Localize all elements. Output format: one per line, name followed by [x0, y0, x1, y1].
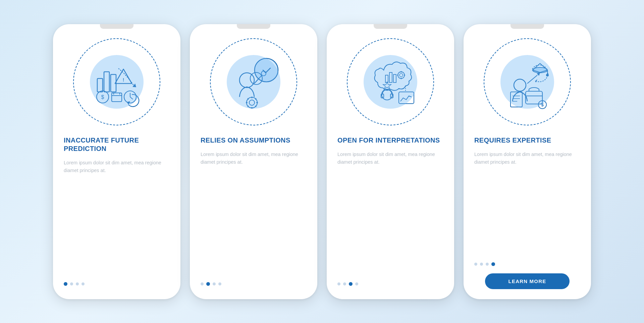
dot-1-3 [76, 282, 79, 285]
dot-3-1 [337, 282, 340, 285]
phone-notch-1 [100, 24, 133, 29]
inner-blob-1 [90, 55, 144, 109]
dot-1-2 [70, 282, 73, 285]
phone-content-4: REQUIRES EXPERTISE Lorem ipsum dolor sit… [464, 129, 591, 289]
phone-notch-4 [511, 24, 544, 29]
inner-blob-2 [227, 55, 280, 109]
phone-notch-3 [374, 24, 407, 29]
phone-card-3: OPEN FOR INTERPRETATIONS Lorem ipsum dol… [327, 24, 454, 299]
card-title-4: REQUIRES EXPERTISE [474, 136, 580, 145]
illustration-4: $ [480, 35, 574, 129]
card-body-1: Lorem ipsum dolor sit dim amet, mea regi… [64, 159, 170, 174]
dot-2-4 [218, 282, 221, 285]
dot-3-3 [349, 282, 353, 286]
dot-2-1 [201, 282, 204, 285]
card-body-4: Lorem ipsum dolor sit dim amet, mea regi… [474, 151, 580, 166]
learn-more-button[interactable]: LEARN MORE [485, 273, 570, 289]
dot-3-4 [355, 282, 358, 285]
illustration-2 [207, 35, 301, 129]
dot-4-1 [474, 263, 477, 266]
phones-container: ! $ INACCURATE F [53, 24, 591, 299]
phone-card-1: ! $ INACCURATE F [53, 24, 180, 299]
card-title-1: INACCURATE FUTURE PREDICTION [64, 136, 170, 153]
dot-4-4 [491, 262, 495, 266]
inner-blob-4 [500, 55, 554, 109]
card-body-2: Lorem ipsum dolor sit dim amet, mea regi… [201, 151, 307, 166]
dot-1-1 [64, 282, 67, 286]
card-title-2: RELIES ON ASSUMPTIONS [201, 136, 307, 145]
dot-2-2 [206, 282, 210, 286]
phone-card-4: $ REQUIRES EXPERTISE Lorem ipsum dolor s… [464, 24, 591, 299]
dot-2-3 [213, 282, 216, 285]
phone-card-2: RELIES ON ASSUMPTIONS Lorem ipsum dolor … [190, 24, 317, 299]
phone-content-2: RELIES ON ASSUMPTIONS Lorem ipsum dolor … [190, 129, 317, 289]
card-title-3: OPEN FOR INTERPRETATIONS [337, 136, 443, 145]
dot-1-4 [82, 282, 85, 285]
illustration-3 [343, 35, 437, 129]
phone-content-1: INACCURATE FUTURE PREDICTION Lorem ipsum… [53, 129, 180, 289]
dots-row-1 [64, 282, 170, 286]
illustration-1: ! $ [70, 35, 164, 129]
inner-blob-3 [364, 55, 417, 109]
dot-4-2 [480, 263, 483, 266]
dots-row-4 [474, 262, 580, 266]
dots-row-2 [201, 282, 307, 286]
phone-notch-2 [237, 24, 270, 29]
dot-3-2 [343, 282, 346, 285]
phone-content-3: OPEN FOR INTERPRETATIONS Lorem ipsum dol… [327, 129, 454, 289]
card-body-3: Lorem ipsum dolor sit dim amet, mea regi… [337, 151, 443, 166]
dot-4-3 [486, 263, 489, 266]
dots-row-3 [337, 282, 443, 286]
